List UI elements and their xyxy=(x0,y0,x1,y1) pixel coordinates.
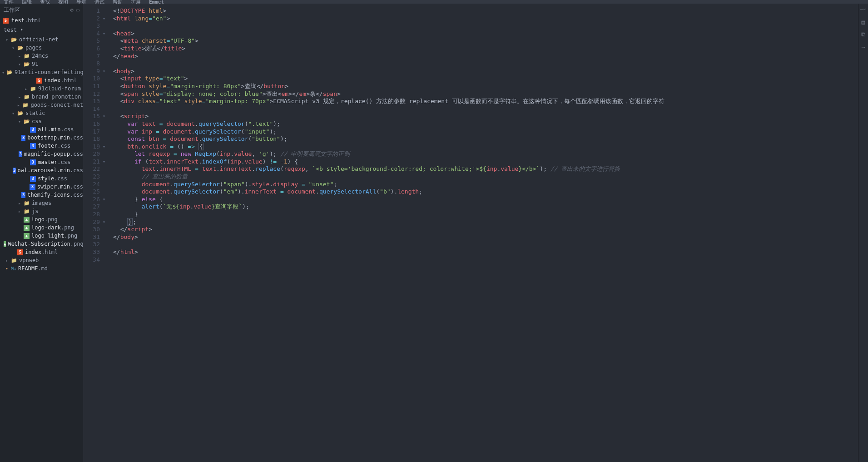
file-themify-icons[interactable]: 3 themify-icons.css xyxy=(0,191,83,199)
project-root-label: test • xyxy=(4,27,23,33)
code-area[interactable]: <!DOCTYPE html><html lang="en"><head> <m… xyxy=(108,4,858,462)
folder-css[interactable]: ▾ css xyxy=(0,117,83,125)
css-icon: 3 xyxy=(30,176,36,182)
project-root[interactable]: test • xyxy=(0,25,83,35)
file-magnific-popup[interactable]: 3 magnific-popup.css xyxy=(0,150,83,158)
extension-icon[interactable]: ⧉ xyxy=(861,31,865,38)
fold-icon[interactable]: ▾ xyxy=(103,113,105,120)
code-line xyxy=(113,256,858,264)
file-WeChat-Subscription[interactable]: ▲ WeChat-Subscription.png xyxy=(0,240,83,248)
folder-vpnweb[interactable]: ▸ vpnweb xyxy=(0,256,83,264)
folder-icon xyxy=(17,110,24,116)
open-file-row[interactable]: 5 test.html xyxy=(0,16,83,25)
folder-pages[interactable]: ▾ pages xyxy=(0,44,83,52)
code-line: btn.onclick = () => { xyxy=(113,143,858,151)
img-icon: ▲ xyxy=(24,217,30,223)
file-style[interactable]: 3 style.css xyxy=(0,174,83,183)
fold-icon[interactable]: ▾ xyxy=(103,219,105,226)
activity-icon[interactable]: 〰 xyxy=(860,6,866,13)
fold-icon[interactable]: ▾ xyxy=(103,68,105,75)
folder-static[interactable]: ▾ static xyxy=(0,109,83,117)
open-file-ext: .html xyxy=(25,17,41,24)
file-index[interactable]: 5 index.html xyxy=(0,248,83,256)
tree-label: themify-icons.css xyxy=(27,192,83,198)
open-file-name: test xyxy=(11,17,25,24)
menu-调试[interactable]: 调试 xyxy=(94,0,104,4)
sidebar-title: 工作区 xyxy=(4,6,20,14)
menubar: 文件编辑查找视图导航调试帮助扩展Emmet xyxy=(0,0,868,4)
code-line: <script> xyxy=(113,113,858,120)
menu-文件[interactable]: 文件 xyxy=(4,0,14,4)
folder-91[interactable]: ▾ 91 xyxy=(0,60,83,68)
file-owl.carousel.min[interactable]: 3 owl.carousel.min.css xyxy=(0,166,83,174)
file-all.min[interactable]: 3 all.min.css xyxy=(0,125,83,134)
menu-扩展[interactable]: 扩展 xyxy=(131,0,141,4)
tree-label: README.md xyxy=(18,265,48,272)
fold-icon[interactable]: ▾ xyxy=(103,30,105,38)
folder-91anti-counterfeiting[interactable]: ▾ 91anti-counterfeiting xyxy=(0,68,83,76)
css-icon: 3 xyxy=(30,143,36,149)
file-README[interactable]: •M↓ README.md xyxy=(0,264,83,273)
menu-导航[interactable]: 导航 xyxy=(76,0,86,4)
folder-js[interactable]: ▸ js xyxy=(0,207,83,215)
code-line xyxy=(113,105,858,113)
tree-label: 91 xyxy=(32,61,38,67)
folder-24mcs[interactable]: ▸ 24mcs xyxy=(0,52,83,60)
css-icon: 3 xyxy=(19,151,22,157)
tree-label: master.css xyxy=(38,159,70,165)
css-icon: 3 xyxy=(30,127,36,133)
file-index[interactable]: 5 index.html xyxy=(0,76,83,84)
caret-icon: ▸ xyxy=(17,54,22,59)
tree-label: owl.carousel.min.css xyxy=(18,167,84,174)
clipboard-icon[interactable]: ▤ xyxy=(862,19,865,25)
menu-帮助[interactable]: 帮助 xyxy=(113,0,123,4)
css-icon: 3 xyxy=(30,159,36,165)
folder-goods-conect-net[interactable]: ▸ goods-conect-net xyxy=(0,101,83,109)
code-line: <head> xyxy=(113,30,858,38)
split-icon[interactable]: ▭ xyxy=(76,7,79,13)
folder-icon xyxy=(24,61,30,67)
more-icon[interactable]: ⋯ xyxy=(862,44,865,50)
file-logo-dark[interactable]: ▲ logo-dark.png xyxy=(0,224,83,232)
code-line: <title>测试</title> xyxy=(113,45,858,53)
code-line xyxy=(113,241,858,248)
code-line: </head> xyxy=(113,53,858,60)
fold-icon[interactable]: ▾ xyxy=(103,158,105,166)
tree-label: magnific-popup.css xyxy=(24,151,83,157)
html-icon: 5 xyxy=(36,78,42,84)
code-line: document.querySelector("em").innerText =… xyxy=(113,188,858,196)
tree-label: vpnweb xyxy=(19,257,39,263)
file-logo[interactable]: ▲ logo.png xyxy=(0,215,83,224)
file-swiper.min[interactable]: 3 swiper.min.css xyxy=(0,183,83,191)
tree-label: 24mcs xyxy=(32,53,48,59)
menu-Emmet[interactable]: Emmet xyxy=(149,0,164,4)
sidebar-header: 工作区 ⚙ ▭ xyxy=(0,4,83,16)
caret-icon: ▾ xyxy=(11,111,15,116)
menu-查找[interactable]: 查找 xyxy=(40,0,50,4)
code-line: text.innerHTML = text.innerText.replace(… xyxy=(113,165,858,173)
code-line: <body> xyxy=(113,68,858,75)
gear-icon[interactable]: ⚙ xyxy=(70,7,74,13)
code-line xyxy=(113,60,858,68)
folder-brand-promotion[interactable]: ▸ brand-promotion xyxy=(0,93,83,101)
code-line: var text = document.querySelector(".text… xyxy=(113,120,858,128)
file-footer[interactable]: 3 footer.css xyxy=(0,142,83,150)
folder-91cloud-forum[interactable]: ▸ 91cloud-forum xyxy=(0,84,83,93)
tree-label: swiper.min.css xyxy=(37,184,83,190)
code-line: let regexp = new RegExp(inp.value, 'g');… xyxy=(113,150,858,158)
fold-icon[interactable]: ▾ xyxy=(103,143,105,151)
tree-label: bootstrap.min.css xyxy=(27,134,83,141)
menu-视图[interactable]: 视图 xyxy=(58,0,68,4)
folder-official-net[interactable]: ▾ official-net xyxy=(0,35,83,44)
file-logo-light[interactable]: ▲ logo-light.png xyxy=(0,232,83,240)
fold-icon[interactable]: ▾ xyxy=(103,196,105,204)
file-bootstrap.min[interactable]: 3 bootstrap.min.css xyxy=(0,134,83,142)
code-line: } xyxy=(113,211,858,219)
folder-icon xyxy=(24,94,30,100)
fold-icon[interactable]: ▾ xyxy=(103,15,105,23)
file-master[interactable]: 3 master.css xyxy=(0,158,83,166)
tree-label: index.html xyxy=(25,249,58,255)
caret-icon: ▾ xyxy=(17,119,22,124)
menu-编辑[interactable]: 编辑 xyxy=(22,0,32,4)
folder-images[interactable]: ▸ images xyxy=(0,199,83,207)
